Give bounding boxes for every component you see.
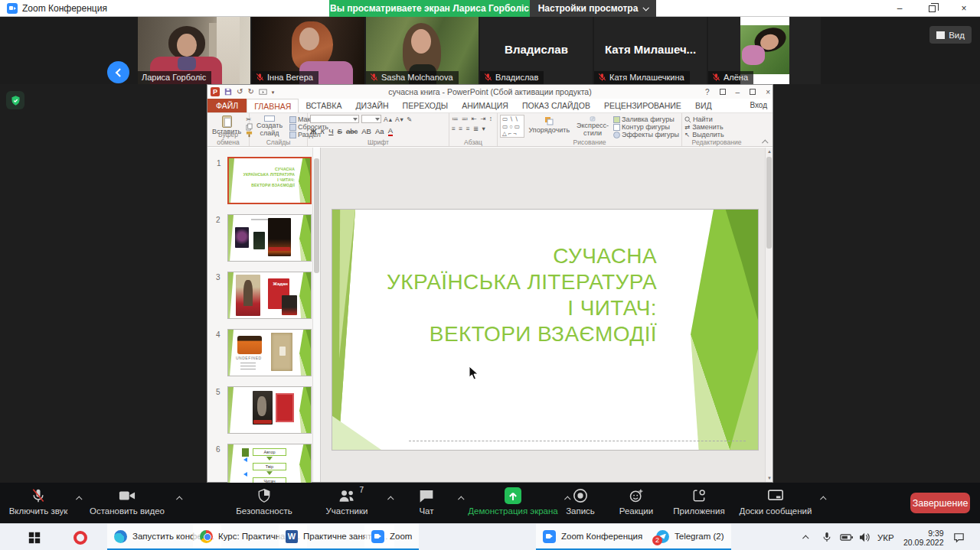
underline-button[interactable]: Ч [328, 127, 333, 135]
tab-slideshow[interactable]: ПОКАЗ СЛАЙДОВ [515, 99, 597, 112]
ppt-restore-button[interactable] [750, 89, 756, 95]
shrink-font-icon[interactable]: А▾ [395, 116, 404, 123]
slide-thumbnail-5[interactable]: 5 [227, 386, 312, 434]
text-shadow-button[interactable]: abc [346, 127, 358, 135]
slide-thumbnail-6[interactable]: 6 Автор Твір Читач [227, 444, 312, 483]
tab-design[interactable]: ДИЗАЙН [348, 99, 395, 112]
slide-thumbnail-1[interactable]: 1 СУЧАСНА УКРАЇНСЬКА ЛІТЕРАТУРА І ЧИТАЧ:… [227, 157, 312, 204]
list-buttons[interactable]: ≔ ≕ ⇤ ⇥ ↕ [452, 115, 495, 122]
tray-expand-button[interactable] [804, 524, 808, 550]
taskbar-zoom-window[interactable]: Zoom [364, 524, 419, 550]
shapes-gallery[interactable]: ▭ ∖ ∖ ▭ ○ ▭ △ ⌐ ¬ ← ↓ ◇ ☆ ~ ( ) ☆ ± [500, 115, 524, 138]
meeting-security-badge[interactable] [6, 91, 24, 109]
redo-icon[interactable]: ↻ [247, 88, 253, 96]
scroll-left-button[interactable] [107, 61, 129, 83]
participant-tile-vladyslav[interactable]: Владислав Владислав [480, 17, 593, 84]
tab-transitions[interactable]: ПЕРЕХОДЫ [396, 99, 456, 112]
slide-thumbnail-2[interactable]: 2 [227, 214, 312, 262]
slide-canvas[interactable]: СУЧАСНА УКРАЇНСЬКА ЛІТЕРАТУРА І ЧИТАЧ: В… [332, 209, 759, 451]
tray-volume-icon[interactable] [859, 524, 871, 550]
strikethrough-button[interactable]: S [338, 127, 342, 135]
participants-caret[interactable] [387, 496, 394, 502]
participant-tile-larysa[interactable]: Лариса Горболіс [138, 17, 250, 84]
tab-review[interactable]: РЕЦЕНЗИРОВАНИЕ [597, 99, 688, 112]
tray-mic-icon[interactable] [822, 524, 831, 550]
tab-home[interactable]: ГЛАВНАЯ [247, 99, 299, 112]
tab-animations[interactable]: АНИМАЦИЯ [455, 99, 515, 112]
whiteboards-caret[interactable] [820, 496, 826, 502]
minimize-button[interactable]: – [884, 0, 916, 17]
apps-button[interactable]: Приложения [665, 487, 733, 516]
record-button[interactable]: Запись [553, 487, 608, 516]
unmute-button[interactable]: Включить звук [3, 487, 74, 516]
shape-outline-button[interactable]: Контур фигуры [613, 123, 679, 131]
tray-clock[interactable]: 9:39 20.09.2022 [903, 524, 944, 550]
view-button[interactable]: Вид [929, 26, 972, 44]
participant-tile-inna[interactable]: Інна Вегера [252, 17, 364, 84]
ppt-help-button[interactable]: ? [705, 88, 710, 96]
undo-icon[interactable]: ↺ [237, 88, 243, 96]
new-slide-button[interactable]: Создать слайд [252, 115, 287, 138]
shape-effects-button[interactable]: Эффекты фигуры [613, 131, 679, 138]
tab-view[interactable]: ВИД [688, 99, 719, 112]
tray-battery-icon[interactable] [840, 524, 853, 550]
participants-button[interactable]: 7 Участники [310, 487, 384, 516]
slide-title-text[interactable]: СУЧАСНА УКРАЇНСЬКА ЛІТЕРАТУРА І ЧИТАЧ: В… [387, 243, 657, 347]
chat-button[interactable]: Чат [398, 487, 455, 516]
telegram-icon: 2 [656, 530, 669, 543]
whiteboards-button[interactable]: Доски сообщений [733, 487, 818, 516]
slideshow-icon[interactable] [259, 89, 267, 96]
subtitle-placeholder[interactable] [409, 441, 746, 447]
collapse-ribbon-icon[interactable] [762, 139, 768, 145]
font-family-select[interactable] [310, 115, 359, 123]
share-screen-button[interactable]: Демонстрация экрана [466, 487, 560, 516]
ribbon-display-options-icon[interactable] [720, 89, 726, 95]
qat-dropdown-icon[interactable]: ▾ [272, 89, 275, 95]
save-icon[interactable] [224, 88, 232, 96]
view-settings-dropdown[interactable]: Настройки просмотра [530, 0, 656, 17]
character-spacing-button[interactable]: АВ [361, 127, 371, 135]
end-meeting-button[interactable]: Завершение [910, 493, 970, 513]
participant-tile-sasha[interactable]: Sasha Molchanova [366, 17, 479, 84]
ppt-minimize-button[interactable]: – [736, 88, 740, 96]
start-button[interactable] [21, 524, 47, 550]
mic-options-caret[interactable] [76, 496, 82, 502]
bold-button[interactable]: Ж [310, 127, 317, 135]
slide-area-scrollbar[interactable]: ▲ ▼ [765, 148, 773, 482]
select-button[interactable]: ↖Выделить [684, 131, 724, 138]
shape-fill-button[interactable]: Заливка фигуры [613, 116, 679, 123]
replace-button[interactable]: ⇄Заменить [684, 123, 724, 131]
quick-styles-button[interactable]: Экспресс-стили [574, 115, 611, 138]
stop-video-button[interactable]: Остановить видео [84, 487, 170, 516]
reactions-button[interactable]: Реакции [609, 487, 663, 516]
participant-tile-katya[interactable]: Катя Милашеч... Катя Милашечкина [594, 17, 707, 84]
align-buttons[interactable]: ≡ ≡ ≡ ≣ ▾ [452, 125, 495, 132]
maximize-button[interactable] [916, 0, 948, 17]
slide-thumbnail-3[interactable]: 3 Жадан [227, 272, 312, 319]
participant-tile-alena[interactable]: Алёна [708, 17, 821, 84]
tab-file[interactable]: ФАЙЛ [207, 99, 247, 112]
font-color-button[interactable]: А [388, 126, 393, 136]
chat-caret[interactable] [458, 496, 464, 502]
font-size-select[interactable] [361, 115, 381, 123]
taskbar-opera-icon[interactable] [67, 524, 93, 550]
powerpoint-logo-icon[interactable]: P [211, 87, 220, 96]
clear-formatting-icon[interactable]: ✎ [407, 116, 413, 123]
taskbar-telegram-window[interactable]: 2 Telegram (2) [649, 524, 731, 550]
close-button[interactable]: × [948, 0, 980, 17]
notification-center-button[interactable] [953, 524, 965, 550]
italic-button[interactable]: К [321, 127, 325, 135]
tab-insert[interactable]: ВСТАВКА [299, 99, 348, 112]
security-button[interactable]: Безопасность [226, 487, 302, 516]
ppt-close-button[interactable]: × [766, 88, 770, 96]
change-case-button[interactable]: Аа [375, 127, 384, 135]
slide-thumbnail-4[interactable]: 4 UNDEFINED [227, 329, 312, 376]
video-options-caret[interactable] [176, 496, 182, 502]
grow-font-icon[interactable]: А▴ [384, 116, 393, 123]
thumbnail-scrollbar[interactable] [312, 148, 320, 482]
find-button[interactable]: Найти [684, 116, 724, 123]
sign-in-link[interactable]: Вход [750, 101, 767, 109]
tray-language-switcher[interactable]: УКР [877, 524, 894, 550]
arrange-button[interactable]: Упорядочить [527, 115, 573, 138]
taskbar-zoom-meeting-window[interactable]: Zoom Конференция [536, 524, 649, 550]
